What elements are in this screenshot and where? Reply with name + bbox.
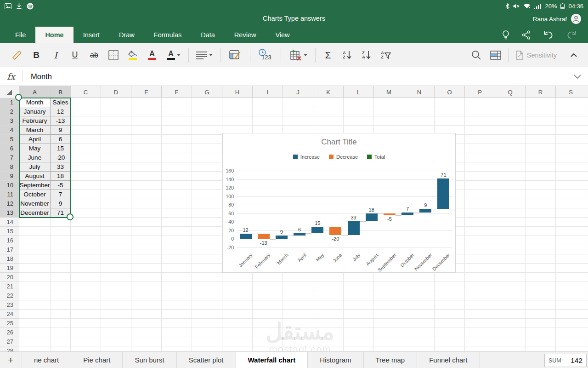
cell-A5[interactable]: April: [19, 135, 51, 144]
cell-B9[interactable]: 18: [51, 172, 71, 181]
expand-formula-bar-icon[interactable]: [573, 74, 588, 79]
add-sheet-button[interactable]: +: [0, 352, 22, 368]
cell-A11[interactable]: October: [19, 190, 51, 199]
cell-A13[interactable]: December: [19, 208, 51, 218]
column-header-E[interactable]: E: [131, 86, 162, 98]
column-header-C[interactable]: C: [71, 86, 101, 98]
row-header-25[interactable]: 25: [0, 319, 19, 328]
avatar[interactable]: [571, 13, 582, 24]
user-chip[interactable]: Rana Ashraf: [533, 13, 582, 24]
cell-B12[interactable]: 9: [51, 199, 71, 208]
cell-styles-button[interactable]: [223, 46, 247, 64]
lightbulb-icon[interactable]: [502, 30, 510, 40]
column-header-P[interactable]: P: [465, 86, 495, 98]
sheet-tab-scatter-plot[interactable]: Scatter plot: [177, 352, 236, 368]
format-painter-button[interactable]: [7, 46, 27, 64]
search-button[interactable]: [467, 46, 486, 64]
cell-B4[interactable]: 9: [51, 126, 71, 135]
row-header-9[interactable]: 9: [0, 172, 19, 181]
column-header-O[interactable]: O: [435, 86, 465, 98]
waterfall-bar-march[interactable]: [276, 236, 288, 239]
row-header-21[interactable]: 21: [0, 282, 19, 291]
cell-A12[interactable]: November: [19, 199, 51, 208]
sort-ascending-button[interactable]: AZ: [338, 46, 357, 64]
row-header-24[interactable]: 24: [0, 310, 19, 319]
number-format-button[interactable]: 123: [253, 46, 278, 64]
status-sum-box[interactable]: SUM 142: [544, 354, 587, 367]
row-header-18[interactable]: 18: [0, 254, 19, 264]
sheet-tab-sun-burst[interactable]: Sun burst: [123, 352, 176, 368]
waterfall-bar-september[interactable]: [384, 213, 396, 216]
waterfall-bar-october[interactable]: [401, 213, 413, 216]
share-icon[interactable]: [522, 30, 531, 40]
column-header-N[interactable]: N: [404, 86, 435, 98]
column-header-M[interactable]: M: [374, 86, 404, 98]
row-header-17[interactable]: 17: [0, 245, 19, 254]
sheet-tab-pie-chart[interactable]: Pie chart: [71, 352, 123, 368]
row-header-4[interactable]: 4: [0, 126, 19, 135]
fill-color-button[interactable]: [123, 46, 142, 64]
waterfall-chart-object[interactable]: Chart Title IncreaseDecreaseTotal 160140…: [222, 133, 456, 273]
column-header-D[interactable]: D: [101, 86, 131, 98]
ribbon-tab-draw[interactable]: Draw: [109, 27, 144, 43]
waterfall-bar-july[interactable]: [348, 221, 360, 236]
cell-B2[interactable]: 12: [51, 107, 71, 116]
bold-button[interactable]: B: [27, 46, 46, 64]
redo-icon[interactable]: [566, 30, 577, 40]
selection-handle-top-left[interactable]: [15, 94, 22, 101]
row-header-20[interactable]: 20: [0, 273, 19, 282]
column-header-B[interactable]: B: [51, 86, 71, 98]
column-header-K[interactable]: K: [313, 86, 344, 98]
cell-A2[interactable]: January: [19, 107, 51, 116]
font-color-red-button[interactable]: A: [142, 46, 162, 64]
row-header-28[interactable]: 28: [0, 346, 19, 351]
ribbon-tab-home[interactable]: Home: [35, 27, 73, 43]
column-header-G[interactable]: G: [192, 86, 222, 98]
sheet-tab-waterfall-chart[interactable]: Waterfall chart: [236, 352, 308, 368]
column-header-J[interactable]: J: [283, 86, 313, 98]
column-header-A[interactable]: A: [19, 86, 51, 98]
strikethrough-button[interactable]: ab: [85, 46, 104, 64]
sensitivity-button[interactable]: Sensitivity: [516, 51, 557, 60]
row-header-3[interactable]: 3: [0, 116, 19, 126]
cell-A4[interactable]: March: [19, 126, 51, 135]
row-header-23[interactable]: 23: [0, 300, 19, 310]
cell-B11[interactable]: 7: [51, 190, 71, 199]
sheet-tab-histogram[interactable]: Histogram: [308, 352, 363, 368]
ribbon-tab-view[interactable]: View: [266, 27, 299, 43]
freeze-panes-button[interactable]: [486, 46, 505, 64]
row-header-2[interactable]: 2: [0, 107, 19, 116]
cell-B7[interactable]: -20: [51, 153, 71, 162]
collapse-ribbon-button[interactable]: [568, 46, 580, 64]
waterfall-bar-december[interactable]: [437, 178, 449, 209]
cell-B6[interactable]: 15: [51, 144, 71, 153]
formula-bar[interactable]: fx Month: [0, 67, 588, 86]
waterfall-bar-may[interactable]: [311, 227, 323, 233]
ribbon-tab-formulas[interactable]: Formulas: [144, 27, 191, 43]
sort-descending-button[interactable]: ZA: [357, 46, 376, 64]
row-header-8[interactable]: 8: [0, 162, 19, 172]
formula-input[interactable]: Month: [23, 72, 573, 81]
row-header-13[interactable]: 13: [0, 208, 19, 218]
column-header-R[interactable]: R: [526, 86, 556, 98]
column-header-L[interactable]: L: [344, 86, 374, 98]
insert-delete-cells-button[interactable]: [284, 46, 312, 64]
cell-A10[interactable]: September: [19, 181, 51, 190]
waterfall-bar-november[interactable]: [419, 209, 431, 213]
font-color-button[interactable]: A: [162, 46, 186, 64]
autosum-button[interactable]: Σ: [318, 46, 338, 64]
cell-A1[interactable]: Month: [19, 98, 51, 107]
waterfall-bar-february[interactable]: [258, 234, 270, 239]
cell-B8[interactable]: 33: [51, 162, 71, 172]
row-header-14[interactable]: 14: [0, 218, 19, 227]
waterfall-bar-june[interactable]: [329, 227, 341, 236]
waterfall-bar-august[interactable]: [366, 213, 378, 221]
sheet-tab-tree-map[interactable]: Tree map: [364, 352, 418, 368]
ribbon-tab-insert[interactable]: Insert: [74, 27, 109, 43]
column-header-H[interactable]: H: [222, 86, 253, 98]
row-header-7[interactable]: 7: [0, 153, 19, 162]
column-header-F[interactable]: F: [162, 86, 192, 98]
row-header-22[interactable]: 22: [0, 291, 19, 300]
cell-A9[interactable]: August: [19, 172, 51, 181]
italic-button[interactable]: I: [46, 46, 65, 64]
